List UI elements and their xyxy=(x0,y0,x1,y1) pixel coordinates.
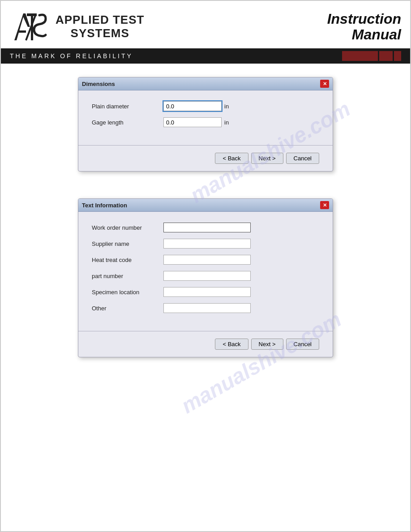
dialogs-container: Dimensions ✕ Plain diameter in Gage leng… xyxy=(1,64,410,398)
text-information-close-button[interactable]: ✕ xyxy=(320,201,329,209)
text-information-separator xyxy=(78,331,333,331)
dimensions-body: Plain diameter in Gage length in xyxy=(78,90,333,141)
text-information-title: Text Information xyxy=(82,202,127,209)
dimensions-next-button[interactable]: Next > xyxy=(251,153,283,164)
ats-logo xyxy=(10,9,50,45)
part-number-input[interactable] xyxy=(163,271,251,281)
text-information-cancel-button[interactable]: Cancel xyxy=(286,339,319,350)
heat-treat-input[interactable] xyxy=(163,255,251,265)
dimensions-close-button[interactable]: ✕ xyxy=(320,80,329,88)
gage-length-label: Gage length xyxy=(92,119,163,126)
gage-length-row: Gage length in xyxy=(92,117,319,127)
supplier-name-row: Supplier name xyxy=(92,239,319,249)
part-number-label: part number xyxy=(92,273,163,279)
part-number-row: part number xyxy=(92,271,319,281)
dimensions-separator xyxy=(78,145,333,146)
dimensions-back-button[interactable]: < Back xyxy=(215,153,248,164)
other-input[interactable] xyxy=(163,303,251,313)
logo-area: APPLIED TEST SYSTEMS xyxy=(10,9,144,45)
text-information-body: Work order number Supplier name Heat tre… xyxy=(78,212,333,326)
dimensions-cancel-button[interactable]: Cancel xyxy=(286,153,319,164)
bar-block-2 xyxy=(379,51,393,61)
company-name: APPLIED TEST SYSTEMS xyxy=(56,13,144,40)
heat-treat-row: Heat treat code xyxy=(92,255,319,265)
dimensions-titlebar: Dimensions ✕ xyxy=(78,77,333,90)
other-row: Other xyxy=(92,303,319,313)
plain-diameter-unit: in xyxy=(224,103,229,110)
plain-diameter-row: Plain diameter in xyxy=(92,101,319,111)
supplier-name-input[interactable] xyxy=(163,239,251,249)
bar-blocks xyxy=(342,51,401,61)
heat-treat-label: Heat treat code xyxy=(92,257,163,263)
gage-length-unit: in xyxy=(224,119,229,126)
bar-block-1 xyxy=(342,51,378,61)
plain-diameter-input[interactable] xyxy=(163,101,222,111)
text-information-titlebar: Text Information ✕ xyxy=(78,199,333,212)
text-information-next-button[interactable]: Next > xyxy=(251,339,283,350)
text-information-back-button[interactable]: < Back xyxy=(215,339,248,350)
text-information-footer: < Back Next > Cancel xyxy=(78,336,333,357)
work-order-row: Work order number xyxy=(92,223,319,232)
specimen-location-label: Specimen location xyxy=(92,289,163,296)
supplier-name-label: Supplier name xyxy=(92,240,163,247)
other-label: Other xyxy=(92,305,163,312)
dimensions-title: Dimensions xyxy=(82,81,115,87)
tagline-bar: THE MARK OF RELIABILITY xyxy=(1,48,410,64)
bar-block-3 xyxy=(394,51,401,61)
gage-length-input[interactable] xyxy=(163,117,222,127)
work-order-label: Work order number xyxy=(92,224,163,231)
page-header: APPLIED TEST SYSTEMS Instruction Manual xyxy=(1,1,410,45)
specimen-location-row: Specimen location xyxy=(92,287,319,297)
svg-rect-1 xyxy=(18,30,26,33)
tagline-text: THE MARK OF RELIABILITY xyxy=(10,52,342,60)
work-order-input[interactable] xyxy=(163,223,251,232)
plain-diameter-label: Plain diameter xyxy=(92,103,163,110)
dimensions-dialog: Dimensions ✕ Plain diameter in Gage leng… xyxy=(78,77,333,172)
specimen-location-input[interactable] xyxy=(163,287,251,297)
dimensions-footer: < Back Next > Cancel xyxy=(78,150,333,171)
instruction-manual-title: Instruction Manual xyxy=(327,11,401,43)
text-information-dialog: Text Information ✕ Work order number Sup… xyxy=(78,198,333,357)
